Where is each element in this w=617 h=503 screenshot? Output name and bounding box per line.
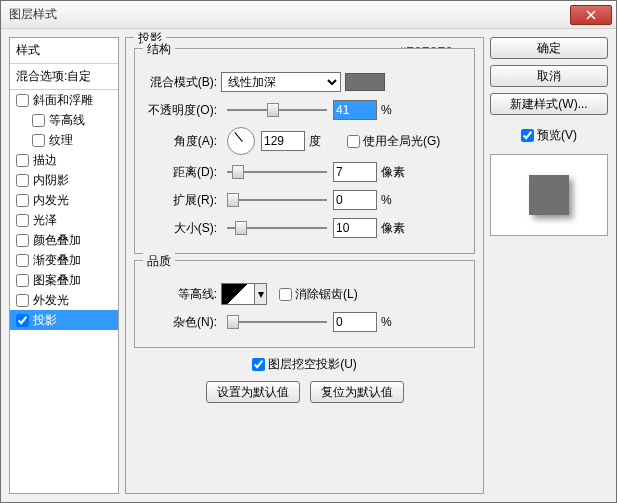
- style-item-外发光[interactable]: 外发光: [10, 290, 118, 310]
- close-button[interactable]: [570, 5, 612, 25]
- style-item-checkbox[interactable]: [32, 134, 45, 147]
- style-item-光泽[interactable]: 光泽: [10, 210, 118, 230]
- style-item-checkbox[interactable]: [16, 274, 29, 287]
- size-slider[interactable]: [227, 218, 327, 238]
- style-item-渐变叠加[interactable]: 渐变叠加: [10, 250, 118, 270]
- style-item-checkbox[interactable]: [16, 94, 29, 107]
- style-item-label: 图案叠加: [33, 272, 81, 289]
- style-item-label: 颜色叠加: [33, 232, 81, 249]
- style-item-label: 斜面和浮雕: [33, 92, 93, 109]
- titlebar: 图层样式: [1, 1, 616, 29]
- contour-label: 等高线:: [145, 286, 221, 303]
- blend-mode-select[interactable]: 线性加深: [221, 72, 341, 92]
- style-item-checkbox[interactable]: [16, 234, 29, 247]
- style-item-描边[interactable]: 描边: [10, 150, 118, 170]
- distance-unit: 像素: [381, 164, 411, 181]
- style-item-checkbox[interactable]: [16, 254, 29, 267]
- style-item-投影[interactable]: 投影: [10, 310, 118, 330]
- size-label: 大小(S):: [145, 220, 221, 237]
- size-input[interactable]: [333, 218, 377, 238]
- style-item-内发光[interactable]: 内发光: [10, 190, 118, 210]
- style-item-checkbox[interactable]: [16, 194, 29, 207]
- style-item-label: 光泽: [33, 212, 57, 229]
- opacity-label: 不透明度(O):: [145, 102, 221, 119]
- noise-slider[interactable]: [227, 312, 327, 332]
- style-item-checkbox[interactable]: [16, 294, 29, 307]
- style-item-checkbox[interactable]: [16, 214, 29, 227]
- style-item-内阴影[interactable]: 内阴影: [10, 170, 118, 190]
- style-item-斜面和浮雕[interactable]: 斜面和浮雕: [10, 90, 118, 110]
- close-icon: [586, 10, 596, 20]
- new-style-button[interactable]: 新建样式(W)...: [490, 93, 608, 115]
- angle-input[interactable]: [261, 131, 305, 151]
- preview-box: [490, 154, 608, 236]
- distance-label: 距离(D):: [145, 164, 221, 181]
- angle-label: 角度(A):: [145, 133, 221, 150]
- global-light-checkbox[interactable]: 使用全局光(G): [347, 133, 440, 150]
- angle-unit: 度: [309, 133, 339, 150]
- preview-swatch: [529, 175, 569, 215]
- shadow-color-swatch[interactable]: [345, 73, 385, 91]
- noise-input[interactable]: [333, 312, 377, 332]
- contour-picker[interactable]: [221, 283, 255, 305]
- opacity-slider[interactable]: [227, 100, 327, 120]
- style-item-label: 描边: [33, 152, 57, 169]
- spread-slider[interactable]: [227, 190, 327, 210]
- opacity-input[interactable]: [333, 100, 377, 120]
- contour-dropdown[interactable]: ▾: [255, 283, 267, 305]
- cancel-button[interactable]: 取消: [490, 65, 608, 87]
- make-default-button[interactable]: 设置为默认值: [206, 381, 300, 403]
- antialias-checkbox[interactable]: 消除锯齿(L): [279, 286, 358, 303]
- style-item-label: 内阴影: [33, 172, 69, 189]
- blend-options-header[interactable]: 混合选项:自定: [10, 64, 118, 90]
- style-item-label: 投影: [33, 312, 57, 329]
- opacity-unit: %: [381, 103, 411, 117]
- style-list-header: 样式: [10, 38, 118, 64]
- style-item-label: 外发光: [33, 292, 69, 309]
- style-item-checkbox[interactable]: [16, 174, 29, 187]
- style-item-等高线[interactable]: 等高线: [10, 110, 118, 130]
- quality-label: 品质: [143, 253, 175, 270]
- noise-label: 杂色(N):: [145, 314, 221, 331]
- style-item-label: 内发光: [33, 192, 69, 209]
- style-item-颜色叠加[interactable]: 颜色叠加: [10, 230, 118, 250]
- distance-input[interactable]: [333, 162, 377, 182]
- drop-shadow-panel: 投影 #707070 结构 混合模式(B): 线性加深 不透明度(O): %: [125, 37, 484, 494]
- structure-label: 结构: [143, 41, 175, 58]
- style-list: 样式 混合选项:自定 斜面和浮雕等高线纹理描边内阴影内发光光泽颜色叠加渐变叠加图…: [9, 37, 119, 494]
- structure-group: 结构 混合模式(B): 线性加深 不透明度(O): % 角度(A):: [134, 48, 475, 254]
- spread-unit: %: [381, 193, 411, 207]
- window-title: 图层样式: [9, 6, 570, 23]
- size-unit: 像素: [381, 220, 411, 237]
- angle-dial[interactable]: [227, 127, 255, 155]
- reset-default-button[interactable]: 复位为默认值: [310, 381, 404, 403]
- style-item-label: 渐变叠加: [33, 252, 81, 269]
- knockout-checkbox[interactable]: 图层挖空投影(U): [134, 356, 475, 373]
- style-item-图案叠加[interactable]: 图案叠加: [10, 270, 118, 290]
- distance-slider[interactable]: [227, 162, 327, 182]
- blend-mode-label: 混合模式(B):: [145, 74, 221, 91]
- style-item-label: 等高线: [49, 112, 85, 129]
- style-item-纹理[interactable]: 纹理: [10, 130, 118, 150]
- style-item-checkbox[interactable]: [16, 154, 29, 167]
- quality-group: 品质 等高线: ▾ 消除锯齿(L) 杂色(N): %: [134, 260, 475, 348]
- spread-input[interactable]: [333, 190, 377, 210]
- noise-unit: %: [381, 315, 411, 329]
- style-item-label: 纹理: [49, 132, 73, 149]
- style-item-checkbox[interactable]: [32, 114, 45, 127]
- style-item-checkbox[interactable]: [16, 314, 29, 327]
- preview-checkbox[interactable]: 预览(V): [490, 127, 608, 144]
- layer-style-dialog: 图层样式 样式 混合选项:自定 斜面和浮雕等高线纹理描边内阴影内发光光泽颜色叠加…: [0, 0, 617, 503]
- spread-label: 扩展(R):: [145, 192, 221, 209]
- ok-button[interactable]: 确定: [490, 37, 608, 59]
